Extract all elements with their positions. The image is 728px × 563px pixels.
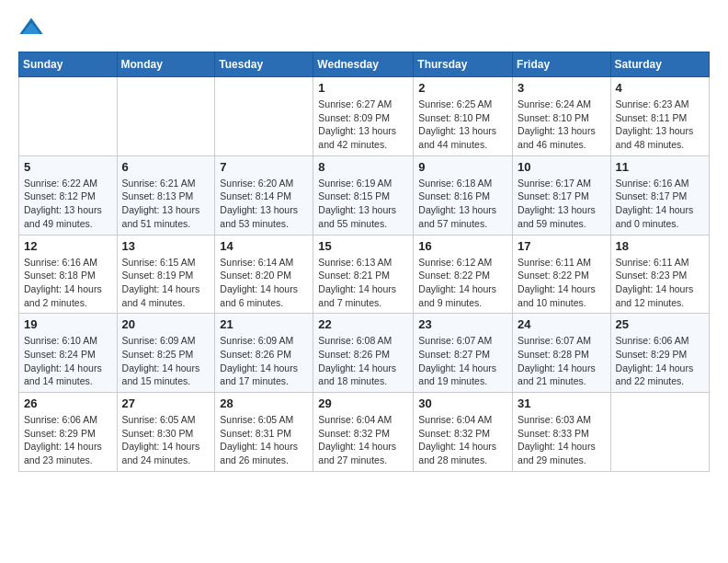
day-number: 9 <box>418 160 507 174</box>
day-number: 21 <box>220 317 308 331</box>
day-info: Sunrise: 6:22 AM Sunset: 8:12 PM Dayligh… <box>24 177 112 231</box>
calendar-cell: 25Sunrise: 6:06 AM Sunset: 8:29 PM Dayli… <box>610 314 709 393</box>
calendar-cell: 4Sunrise: 6:23 AM Sunset: 8:11 PM Daylig… <box>610 77 709 156</box>
calendar-cell: 15Sunrise: 6:13 AM Sunset: 8:21 PM Dayli… <box>313 235 414 314</box>
day-number: 12 <box>24 239 112 253</box>
day-number: 5 <box>24 160 112 174</box>
day-info: Sunrise: 6:16 AM Sunset: 8:17 PM Dayligh… <box>616 177 704 231</box>
calendar-cell: 23Sunrise: 6:07 AM Sunset: 8:27 PM Dayli… <box>414 314 513 393</box>
calendar-cell: 9Sunrise: 6:18 AM Sunset: 8:16 PM Daylig… <box>414 155 513 235</box>
calendar-cell: 14Sunrise: 6:14 AM Sunset: 8:20 PM Dayli… <box>215 235 313 314</box>
day-number: 17 <box>518 239 606 253</box>
day-info: Sunrise: 6:24 AM Sunset: 8:10 PM Dayligh… <box>518 98 606 152</box>
day-number: 20 <box>122 317 210 331</box>
day-info: Sunrise: 6:25 AM Sunset: 8:10 PM Dayligh… <box>418 98 507 152</box>
day-number: 10 <box>518 160 606 174</box>
day-info: Sunrise: 6:06 AM Sunset: 8:29 PM Dayligh… <box>616 334 704 388</box>
calendar-cell: 27Sunrise: 6:05 AM Sunset: 8:30 PM Dayli… <box>117 393 215 472</box>
column-header-monday: Monday <box>117 52 215 77</box>
day-info: Sunrise: 6:19 AM Sunset: 8:15 PM Dayligh… <box>318 177 408 231</box>
calendar-cell <box>117 77 215 156</box>
day-number: 6 <box>122 160 210 174</box>
day-info: Sunrise: 6:09 AM Sunset: 8:25 PM Dayligh… <box>122 334 210 388</box>
day-info: Sunrise: 6:11 AM Sunset: 8:23 PM Dayligh… <box>616 256 704 310</box>
calendar-header-row: SundayMondayTuesdayWednesdayThursdayFrid… <box>19 52 710 77</box>
day-number: 28 <box>220 396 308 410</box>
day-number: 19 <box>24 317 112 331</box>
day-info: Sunrise: 6:23 AM Sunset: 8:11 PM Dayligh… <box>616 98 704 152</box>
day-info: Sunrise: 6:14 AM Sunset: 8:20 PM Dayligh… <box>220 256 308 310</box>
day-number: 24 <box>518 317 606 331</box>
calendar-cell: 29Sunrise: 6:04 AM Sunset: 8:32 PM Dayli… <box>313 393 414 472</box>
day-number: 22 <box>318 317 408 331</box>
calendar-cell <box>215 77 313 156</box>
column-header-saturday: Saturday <box>610 52 709 77</box>
day-info: Sunrise: 6:20 AM Sunset: 8:14 PM Dayligh… <box>220 177 308 231</box>
column-header-wednesday: Wednesday <box>313 52 414 77</box>
day-number: 14 <box>220 239 308 253</box>
day-info: Sunrise: 6:09 AM Sunset: 8:26 PM Dayligh… <box>220 334 308 388</box>
day-number: 31 <box>518 396 606 410</box>
calendar-cell: 2Sunrise: 6:25 AM Sunset: 8:10 PM Daylig… <box>414 77 513 156</box>
calendar-cell: 8Sunrise: 6:19 AM Sunset: 8:15 PM Daylig… <box>313 155 414 235</box>
calendar-cell: 22Sunrise: 6:08 AM Sunset: 8:26 PM Dayli… <box>313 314 414 393</box>
day-info: Sunrise: 6:04 AM Sunset: 8:32 PM Dayligh… <box>418 413 507 467</box>
calendar-cell: 30Sunrise: 6:04 AM Sunset: 8:32 PM Dayli… <box>414 393 513 472</box>
calendar-cell: 21Sunrise: 6:09 AM Sunset: 8:26 PM Dayli… <box>215 314 313 393</box>
day-info: Sunrise: 6:17 AM Sunset: 8:17 PM Dayligh… <box>518 177 606 231</box>
calendar-cell: 17Sunrise: 6:11 AM Sunset: 8:22 PM Dayli… <box>513 235 611 314</box>
day-number: 7 <box>220 160 308 174</box>
day-info: Sunrise: 6:21 AM Sunset: 8:13 PM Dayligh… <box>122 177 210 231</box>
day-number: 2 <box>418 81 507 95</box>
day-info: Sunrise: 6:07 AM Sunset: 8:28 PM Dayligh… <box>518 334 606 388</box>
column-header-thursday: Thursday <box>414 52 513 77</box>
day-number: 18 <box>616 239 704 253</box>
column-header-sunday: Sunday <box>19 52 118 77</box>
day-info: Sunrise: 6:10 AM Sunset: 8:24 PM Dayligh… <box>24 334 112 388</box>
day-info: Sunrise: 6:16 AM Sunset: 8:18 PM Dayligh… <box>24 256 112 310</box>
day-info: Sunrise: 6:04 AM Sunset: 8:32 PM Dayligh… <box>318 413 408 467</box>
day-number: 4 <box>616 81 704 95</box>
calendar-cell: 18Sunrise: 6:11 AM Sunset: 8:23 PM Dayli… <box>610 235 709 314</box>
calendar-week-row: 19Sunrise: 6:10 AM Sunset: 8:24 PM Dayli… <box>19 314 710 393</box>
calendar-cell: 3Sunrise: 6:24 AM Sunset: 8:10 PM Daylig… <box>513 77 611 156</box>
page-header <box>18 15 710 40</box>
day-info: Sunrise: 6:27 AM Sunset: 8:09 PM Dayligh… <box>318 98 408 152</box>
day-number: 23 <box>418 317 507 331</box>
calendar-cell: 24Sunrise: 6:07 AM Sunset: 8:28 PM Dayli… <box>513 314 611 393</box>
logo-icon <box>18 15 44 40</box>
calendar-cell: 6Sunrise: 6:21 AM Sunset: 8:13 PM Daylig… <box>117 155 215 235</box>
day-number: 8 <box>318 160 408 174</box>
day-number: 16 <box>418 239 507 253</box>
day-info: Sunrise: 6:03 AM Sunset: 8:33 PM Dayligh… <box>518 413 606 467</box>
day-info: Sunrise: 6:18 AM Sunset: 8:16 PM Dayligh… <box>418 177 507 231</box>
day-info: Sunrise: 6:11 AM Sunset: 8:22 PM Dayligh… <box>518 256 606 310</box>
day-info: Sunrise: 6:12 AM Sunset: 8:22 PM Dayligh… <box>418 256 507 310</box>
day-info: Sunrise: 6:15 AM Sunset: 8:19 PM Dayligh… <box>122 256 210 310</box>
calendar-cell <box>19 77 118 156</box>
day-number: 1 <box>318 81 408 95</box>
calendar-cell: 7Sunrise: 6:20 AM Sunset: 8:14 PM Daylig… <box>215 155 313 235</box>
day-info: Sunrise: 6:08 AM Sunset: 8:26 PM Dayligh… <box>318 334 408 388</box>
calendar-cell <box>610 393 709 472</box>
calendar-cell: 11Sunrise: 6:16 AM Sunset: 8:17 PM Dayli… <box>610 155 709 235</box>
day-number: 25 <box>616 317 704 331</box>
day-number: 3 <box>518 81 606 95</box>
calendar-week-row: 12Sunrise: 6:16 AM Sunset: 8:18 PM Dayli… <box>19 235 710 314</box>
calendar-week-row: 1Sunrise: 6:27 AM Sunset: 8:09 PM Daylig… <box>19 77 710 156</box>
calendar-cell: 1Sunrise: 6:27 AM Sunset: 8:09 PM Daylig… <box>313 77 414 156</box>
day-number: 30 <box>418 396 507 410</box>
calendar-cell: 12Sunrise: 6:16 AM Sunset: 8:18 PM Dayli… <box>19 235 118 314</box>
day-number: 29 <box>318 396 408 410</box>
calendar-week-row: 26Sunrise: 6:06 AM Sunset: 8:29 PM Dayli… <box>19 393 710 472</box>
calendar-table: SundayMondayTuesdayWednesdayThursdayFrid… <box>18 52 710 472</box>
calendar-cell: 26Sunrise: 6:06 AM Sunset: 8:29 PM Dayli… <box>19 393 118 472</box>
day-info: Sunrise: 6:07 AM Sunset: 8:27 PM Dayligh… <box>418 334 507 388</box>
calendar-cell: 20Sunrise: 6:09 AM Sunset: 8:25 PM Dayli… <box>117 314 215 393</box>
day-info: Sunrise: 6:13 AM Sunset: 8:21 PM Dayligh… <box>318 256 408 310</box>
logo <box>18 15 48 40</box>
calendar-cell: 10Sunrise: 6:17 AM Sunset: 8:17 PM Dayli… <box>513 155 611 235</box>
day-number: 13 <box>122 239 210 253</box>
day-number: 27 <box>122 396 210 410</box>
calendar-week-row: 5Sunrise: 6:22 AM Sunset: 8:12 PM Daylig… <box>19 155 710 235</box>
